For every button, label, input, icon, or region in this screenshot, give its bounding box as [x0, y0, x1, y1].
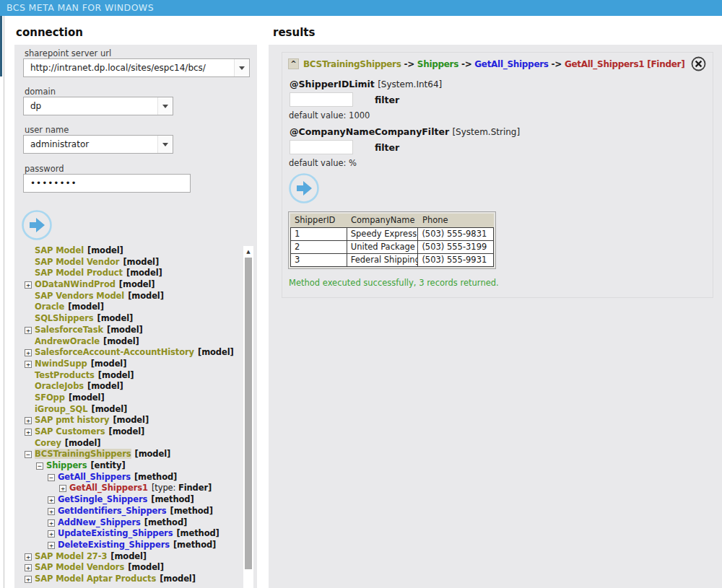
tree-item-label[interactable]: SQLShippers — [35, 313, 93, 323]
tree-item[interactable]: +DeleteExisting_Shippers[method] — [17, 540, 244, 551]
expand-icon[interactable]: + — [25, 564, 32, 571]
sharepoint-url-dropdown-icon[interactable] — [234, 59, 249, 76]
domain-combobox[interactable] — [23, 97, 173, 115]
sharepoint-url-combobox[interactable] — [23, 58, 250, 77]
tree-item-label[interactable]: SFOpp — [35, 392, 65, 403]
tree-item-label[interactable]: SAP pmt history — [35, 415, 109, 425]
scroll-up-icon[interactable]: ▲ — [243, 247, 253, 256]
tree-item[interactable]: +ODataNWindProd[model] — [17, 279, 244, 291]
expand-icon[interactable]: + — [25, 281, 32, 289]
breadcrumb-segment[interactable]: GetAll_Shippers1 [Finder] — [565, 59, 684, 69]
tree-item[interactable]: OracleJobs[model] — [17, 381, 244, 392]
tree-item-label[interactable]: Shippers — [46, 460, 87, 470]
expand-icon[interactable]: + — [25, 576, 32, 583]
tree-item-label[interactable]: UpdateExisting_Shippers — [58, 528, 173, 538]
tree-item-label[interactable]: GetIdentifiers_Shippers — [58, 506, 167, 516]
expand-icon[interactable]: + — [25, 417, 32, 424]
param2-filter-input[interactable] — [290, 140, 353, 154]
tree-item[interactable]: iGroup_SQL[model] — [17, 404, 244, 416]
expand-icon[interactable]: + — [59, 485, 66, 492]
expand-icon[interactable]: + — [25, 429, 32, 436]
tree-item[interactable]: SAP Model Vendor[model] — [17, 257, 244, 268]
breadcrumb-segment[interactable]: BCSTrainingShippers — [303, 59, 401, 69]
expand-icon[interactable]: + — [48, 496, 55, 504]
tree-item-label[interactable]: AddNew_Shippers — [58, 517, 141, 527]
tree-item-label[interactable]: SAP Vendors Model — [35, 291, 124, 301]
tree-item[interactable]: Oracle[model] — [17, 302, 244, 313]
tree-item-label[interactable]: iGroup_SQL — [35, 404, 88, 414]
close-button[interactable] — [691, 56, 706, 71]
column-header[interactable]: ShipperID — [290, 214, 347, 227]
table-row[interactable]: 1Speedy Express(503) 555-9831 — [291, 228, 494, 241]
tree-item[interactable]: SAP Vendors Model[model] — [17, 291, 244, 302]
expand-icon[interactable]: + — [48, 542, 55, 549]
tree-scrollbar[interactable]: ▲ — [243, 246, 253, 588]
tree-item-label[interactable]: SAP Model Product — [35, 268, 123, 278]
tree-item[interactable]: −BCSTrainingShippers[model] — [17, 449, 244, 460]
expand-icon[interactable]: + — [48, 519, 55, 527]
tree-item[interactable]: +NwindSupp[model] — [17, 359, 244, 370]
table-row[interactable]: 2United Package(503) 555-3199 — [291, 241, 494, 254]
username-dropdown-icon[interactable] — [157, 136, 173, 153]
tree-item[interactable]: Corey[model] — [17, 438, 244, 449]
tree-item-label[interactable]: SAP Customers — [35, 426, 105, 436]
collapse-icon[interactable]: − — [36, 462, 43, 470]
collapse-button[interactable]: ^ — [288, 58, 299, 69]
tree-item[interactable]: +AddNew_Shippers[method] — [17, 517, 244, 529]
tree-item-label[interactable]: Corey — [35, 438, 61, 448]
tree-item-label[interactable]: GetAll_Shippers1 — [69, 483, 148, 493]
expand-icon[interactable]: + — [25, 349, 32, 356]
column-header[interactable]: Phone — [418, 214, 494, 227]
tree-item[interactable]: SAP Model Product[model] — [17, 268, 244, 279]
tree-item-label[interactable]: SAP Model 27-3 — [35, 551, 107, 561]
tree-item-label[interactable]: SAP Model Aptar Products — [35, 574, 156, 584]
connect-button[interactable] — [21, 209, 53, 241]
param1-filter-input[interactable] — [290, 92, 353, 107]
tree-item-label[interactable]: GetSingle_Shippers — [58, 494, 147, 504]
tree-item-label[interactable]: SAP Model Vendors — [35, 562, 124, 572]
tree-item[interactable]: SAP Model[model] — [17, 245, 244, 257]
tree-item[interactable]: −Shippers[entity] — [17, 460, 244, 472]
column-header[interactable]: CompanyName — [347, 214, 418, 227]
scrollbar-thumb[interactable] — [245, 258, 252, 569]
username-combobox[interactable] — [23, 135, 173, 154]
domain-dropdown-icon[interactable] — [157, 97, 173, 115]
tree-item-label[interactable]: TestProducts — [35, 370, 95, 380]
tree-item[interactable]: +SalesforceAccount-AccountHistory[model] — [17, 347, 244, 359]
tree-item-label[interactable]: SalesforceTask — [35, 325, 103, 335]
tree-item-label[interactable]: SAP Model — [35, 245, 84, 255]
tree-item-label[interactable]: ODataNWindProd — [35, 279, 116, 289]
tree-item[interactable]: AndrewOracle[model] — [17, 336, 244, 348]
expand-icon[interactable]: + — [25, 327, 32, 334]
domain-input[interactable] — [23, 97, 173, 115]
tree-item[interactable]: +SAP Model 27-3[model] — [17, 551, 244, 563]
breadcrumb-segment[interactable]: Shippers — [417, 59, 458, 69]
tree-item-label[interactable]: NwindSupp — [35, 359, 87, 369]
tree-item[interactable]: +GetAll_Shippers1[type: Finder] — [17, 483, 244, 494]
username-input[interactable] — [23, 135, 173, 154]
tree-item-label[interactable]: GetAll_Shippers — [58, 472, 131, 482]
expand-icon[interactable]: + — [48, 530, 55, 537]
execute-method-button[interactable] — [288, 172, 320, 204]
tree-item[interactable]: +SAP pmt history[model] — [17, 415, 244, 426]
tree-item[interactable]: +GetSingle_Shippers[method] — [17, 494, 244, 506]
tree-item-label[interactable]: DeleteExisting_Shippers — [58, 540, 170, 550]
table-row[interactable]: 3Federal Shipping(503) 555-9931 — [291, 254, 494, 267]
breadcrumb-segment[interactable]: GetAll_Shippers — [474, 59, 548, 69]
tree-item[interactable]: +SAP Model Vendors[model] — [17, 562, 244, 574]
tree-item[interactable]: +SAP Model Aptar Products[model] — [17, 574, 244, 585]
tree-item-label[interactable]: BCSTrainingShippers — [35, 449, 131, 459]
tree-item[interactable]: −GetAll_Shippers[method] — [17, 472, 244, 483]
tree-item-label[interactable]: SAP Model Vendor — [35, 257, 119, 267]
tree-item[interactable]: +SalesforceTask[model] — [17, 325, 244, 336]
tree-item[interactable]: TestProducts[model] — [17, 370, 244, 382]
tree-item[interactable]: SFOpp[model] — [17, 392, 244, 404]
tree-item[interactable]: +GetIdentifiers_Shippers[method] — [17, 506, 244, 517]
tree-item[interactable]: SQLShippers[model] — [17, 313, 244, 325]
expand-icon[interactable]: + — [48, 508, 55, 515]
sharepoint-url-input[interactable] — [23, 58, 250, 77]
tree-item[interactable]: +SAP Customers[model] — [17, 426, 244, 438]
tree-item[interactable]: +UpdateExisting_Shippers[method] — [17, 528, 244, 540]
tree-item-label[interactable]: SalesforceAccount-AccountHistory — [35, 347, 194, 357]
tree-item-label[interactable]: AndrewOracle — [35, 336, 100, 346]
